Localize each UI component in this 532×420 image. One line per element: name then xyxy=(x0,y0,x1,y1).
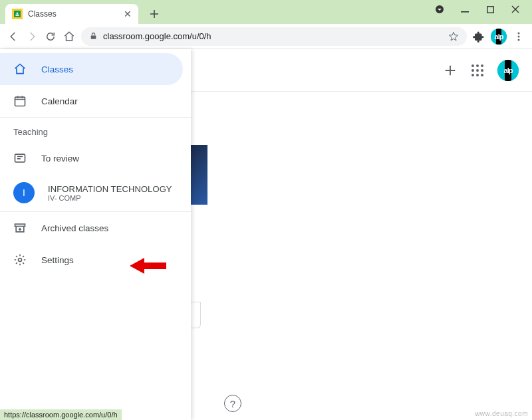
status-bar-url: https://classroom.google.com/u/0/h xyxy=(0,409,122,420)
to-review-icon xyxy=(13,152,27,165)
sidebar-item-classes[interactable]: Classes xyxy=(0,53,183,85)
sidebar-item-calendar[interactable]: Calendar xyxy=(0,85,191,117)
account-avatar[interactable]: alp xyxy=(497,60,519,81)
svg-point-7 xyxy=(518,32,520,34)
svg-point-8 xyxy=(518,35,520,37)
gear-icon xyxy=(13,253,27,266)
svg-rect-4 xyxy=(461,11,469,13)
svg-rect-12 xyxy=(15,224,25,226)
sidebar-item-archived[interactable]: Archived classes xyxy=(0,212,191,244)
app-header: alp xyxy=(191,49,532,92)
svg-point-19 xyxy=(481,69,483,72)
close-tab-icon[interactable]: ✕ xyxy=(124,9,132,19)
svg-point-18 xyxy=(476,69,479,72)
svg-rect-5 xyxy=(487,6,493,12)
forward-button[interactable] xyxy=(25,30,39,43)
browser-tab-strip: Classes ✕ xyxy=(0,0,532,24)
class-name: INFORMATION TECHNOLOGY xyxy=(48,184,172,194)
annotation-arrow xyxy=(130,257,166,275)
sidebar-section-teaching: Teaching xyxy=(0,118,191,142)
svg-point-13 xyxy=(19,259,22,262)
sidebar-item-label: Classes xyxy=(41,64,73,74)
url-text: classroom.google.com/u/0/h xyxy=(103,31,211,41)
svg-rect-10 xyxy=(15,97,25,106)
address-bar[interactable]: classroom.google.com/u/0/h xyxy=(81,27,467,46)
class-card-partial[interactable] xyxy=(191,145,207,205)
classroom-favicon xyxy=(12,9,23,19)
main-content: alp ? xyxy=(191,49,532,420)
sidebar-item-label: To review xyxy=(41,154,79,163)
bookmark-star-icon[interactable] xyxy=(448,31,459,42)
sidebar-class-item[interactable]: I INFORMATION TECHNOLOGY IV- COMP xyxy=(0,174,191,211)
svg-point-17 xyxy=(471,69,474,72)
chrome-account-icon[interactable] xyxy=(435,5,444,14)
new-tab-button[interactable] xyxy=(145,5,164,23)
home-button[interactable] xyxy=(63,30,76,43)
class-avatar: I xyxy=(13,182,35,203)
sidebar-item-to-review[interactable]: To review xyxy=(0,142,191,174)
back-button[interactable] xyxy=(7,30,20,43)
home-icon xyxy=(13,62,27,76)
svg-marker-23 xyxy=(130,258,166,274)
classroom-sidebar: Classes Calendar Teaching To review I IN… xyxy=(0,49,191,420)
class-section: IV- COMP xyxy=(48,194,172,202)
reload-button[interactable] xyxy=(44,30,57,43)
class-card-footer-partial xyxy=(191,302,201,328)
extensions-icon[interactable] xyxy=(472,30,485,43)
svg-point-21 xyxy=(476,74,479,76)
sidebar-item-label: Settings xyxy=(41,255,74,265)
sidebar-item-label: Archived classes xyxy=(41,223,108,233)
window-close-button[interactable] xyxy=(511,5,520,14)
chrome-profile-avatar[interactable]: alp xyxy=(491,29,507,45)
sidebar-item-label: Calendar xyxy=(41,96,78,106)
svg-point-14 xyxy=(471,64,474,67)
google-apps-icon[interactable] xyxy=(471,64,484,77)
svg-point-22 xyxy=(481,74,483,76)
calendar-icon xyxy=(13,94,27,108)
svg-point-15 xyxy=(476,64,479,67)
watermark: www.deuaq.com xyxy=(475,410,528,417)
svg-point-9 xyxy=(518,39,520,41)
lock-icon xyxy=(89,32,98,41)
window-minimize-button[interactable] xyxy=(460,5,469,14)
browser-tab[interactable]: Classes ✕ xyxy=(5,4,138,24)
archive-icon xyxy=(13,221,27,235)
window-maximize-button[interactable] xyxy=(485,5,495,14)
svg-point-20 xyxy=(471,74,474,76)
tab-title: Classes xyxy=(28,9,57,19)
browser-toolbar: classroom.google.com/u/0/h alp xyxy=(0,24,532,49)
svg-rect-6 xyxy=(91,35,96,39)
help-button[interactable]: ? xyxy=(224,395,241,412)
svg-rect-2 xyxy=(16,15,19,16)
chrome-menu-icon[interactable] xyxy=(512,30,525,43)
create-class-button[interactable] xyxy=(443,63,458,78)
svg-point-16 xyxy=(481,64,483,67)
svg-point-1 xyxy=(17,13,19,15)
